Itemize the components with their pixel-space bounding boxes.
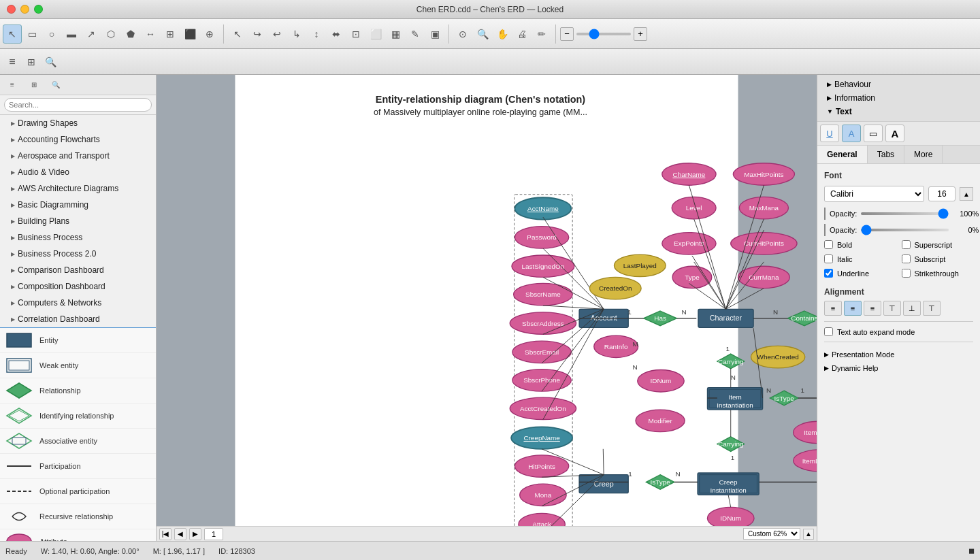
grid-tool[interactable]: ⊞ [161,24,180,44]
opacity-slider-1[interactable] [861,212,949,215]
item-instantiation-entity[interactable]: Item [728,393,741,401]
window-controls[interactable] [7,5,43,14]
sidebar-item-correlation-dashboard[interactable]: ▶Correlation Dashboard [0,311,156,327]
behaviour-item[interactable]: ▶ Behaviour [821,78,976,91]
sidebar-item-comparison-dashboard[interactable]: ▶Comparison Dashboard [0,262,156,278]
opacity-slider-2[interactable] [861,229,949,231]
zoom-select[interactable]: Custom 62% 50% 75% 100% [743,528,800,540]
itemdamage-label[interactable]: ItemDamage [802,457,817,465]
maxhitpoints-label[interactable]: MaxHitPoints [744,171,783,178]
carrying-rel2[interactable]: Carrying [718,440,743,448]
sbscraddress-label[interactable]: SbscrAddress [522,320,564,327]
sbscrname-label[interactable]: SbscrName [525,291,561,298]
sidebar-item-building-plans[interactable]: ▶Building Plans [0,213,156,229]
shape-item-recursive-relationship[interactable]: Recursive relationship [0,504,156,529]
arrow-tool[interactable]: ↖ [228,24,247,44]
password-label[interactable]: Password [527,233,557,241]
sidebar-toggle[interactable]: ≡ [3,52,22,71]
shape-item-optional-participation[interactable]: Optional participation [0,479,156,504]
resize-btn[interactable]: ↕ [307,24,326,44]
redo-btn[interactable]: ↳ [287,24,306,44]
tab-more[interactable]: More [904,146,943,163]
creep-inst-entity2[interactable]: Instantiation [710,487,746,494]
raninfo-label[interactable]: RanInfo [604,343,628,350]
line-tool[interactable]: ↗ [82,24,101,44]
color-swatch-1[interactable] [824,208,826,220]
align-middle-btn[interactable]: ⊥ [903,301,921,316]
shape-item-entity[interactable]: Entity [0,328,156,353]
shape-item-associative-entity[interactable]: Associative entity [0,429,156,454]
zoom-out-button[interactable]: − [560,27,574,41]
minimize-button[interactable] [20,5,29,14]
sidebar-item-audio-&-video[interactable]: ▶Audio & Video [0,164,156,180]
checkerboard-btn[interactable]: ▣ [425,24,444,44]
shape-item-attribute[interactable]: Attribute [0,529,156,541]
cross-tool[interactable]: ⊕ [200,24,219,44]
sidebar-item-accounting-flowcharts[interactable]: ▶Accounting Flowcharts [0,131,156,148]
grid2-btn[interactable]: ▦ [386,24,405,44]
tab-general[interactable]: General [817,146,868,163]
acctname-label[interactable]: AcctName [527,205,559,212]
zoom-fit-btn[interactable]: ⊙ [453,24,472,44]
page-tab-1[interactable]: 1 [204,528,223,540]
align-left-btn[interactable]: ≡ [824,301,842,316]
grid-view-toggle[interactable]: ⊞ [22,52,41,71]
whencreated-label[interactable]: WhenCreated [757,353,799,361]
rect-tool[interactable]: ▭ [22,24,42,44]
sidebar-item-computers-&-networks[interactable]: ▶Computers & Networks [0,295,156,311]
dynamic-help-item[interactable]: ▶ Dynamic Help [824,361,973,375]
font-size-up[interactable]: ▲ [960,187,973,201]
shape-item-participation[interactable]: Participation [0,454,156,479]
zoom-in-btn[interactable]: 🔍 [473,24,492,44]
creep-inst-entity1[interactable]: Creep [719,478,738,486]
has-relationship[interactable]: Has [654,314,666,322]
superscript-checkbox[interactable] [902,240,911,249]
subscript-checkbox[interactable] [902,254,911,263]
currhitpoints-label[interactable]: CurrHitPoints [744,240,784,247]
color-swatch-2[interactable] [824,224,826,236]
character-entity[interactable]: Character [710,314,742,322]
table-tool[interactable]: ▬ [62,24,81,44]
zoom-level-up[interactable]: ▲ [803,529,814,540]
underline-checkbox[interactable] [824,269,833,278]
idnum2-label[interactable]: IDNum [720,514,741,522]
zoom-in-button[interactable]: + [634,27,647,41]
align-center-btn[interactable]: ≡ [844,301,862,316]
bold-checkbox[interactable] [824,240,833,249]
sidebar-search-input[interactable] [4,98,152,112]
resize2-btn[interactable]: ⬌ [327,24,346,44]
modifier-label[interactable]: Modifier [648,417,672,425]
shape-item-relationship[interactable]: Relationship [0,378,156,403]
sidebar-item-aws-architecture-diagrams[interactable]: ▶AWS Architecture Diagrams [0,180,156,197]
istype-creep[interactable]: IsType [650,478,670,486]
shape-item-identifying-relationship[interactable]: Identifying relationship [0,403,156,429]
acctcreatedon-label[interactable]: AcctCreatedOn [520,405,566,412]
information-item[interactable]: ▶ Information [821,91,976,105]
group-btn[interactable]: ⊡ [346,24,365,44]
maxmana-label[interactable]: MaxMana [749,204,779,212]
lastplayed-label[interactable]: LastPlayed [623,262,657,269]
charname-label[interactable]: CharName [672,171,705,178]
contains-relationship[interactable]: Contains [791,314,817,322]
ellipse-tool[interactable]: ○ [42,24,61,44]
close-button[interactable] [7,5,16,14]
tab-tabs[interactable]: Tabs [868,146,904,163]
sidebar-tool2[interactable]: ⊞ [24,76,44,95]
sbscrphone-label[interactable]: SbscrPhone [523,376,560,384]
font-size-input[interactable] [928,186,956,201]
strikethrough-checkbox[interactable] [902,269,911,278]
sbscremail-label[interactable]: SbscrEmail [525,348,559,356]
sidebar-search-btn[interactable]: 🔍 [46,76,65,95]
italic-checkbox[interactable] [824,254,833,263]
shape1-tool[interactable]: ⬡ [101,24,120,44]
text-style-btn[interactable]: A [885,125,904,142]
canvas-wrap[interactable]: Entity-relationship diagram (Chen's nota… [157,75,817,541]
exppoints-label[interactable]: ExpPoints [674,240,704,247]
idnum1-label[interactable]: IDNum [651,377,672,384]
fill-tool[interactable]: ⬛ [180,24,199,44]
mona-label[interactable]: Mona [535,491,552,499]
rect-style-btn[interactable]: ▭ [864,125,883,142]
pen-btn[interactable]: ✏ [532,24,551,44]
diagram-canvas[interactable]: Entity-relationship diagram (Chen's nota… [157,75,817,541]
sidebar-item-aerospace-and-transport[interactable]: ▶Aerospace and Transport [0,148,156,164]
